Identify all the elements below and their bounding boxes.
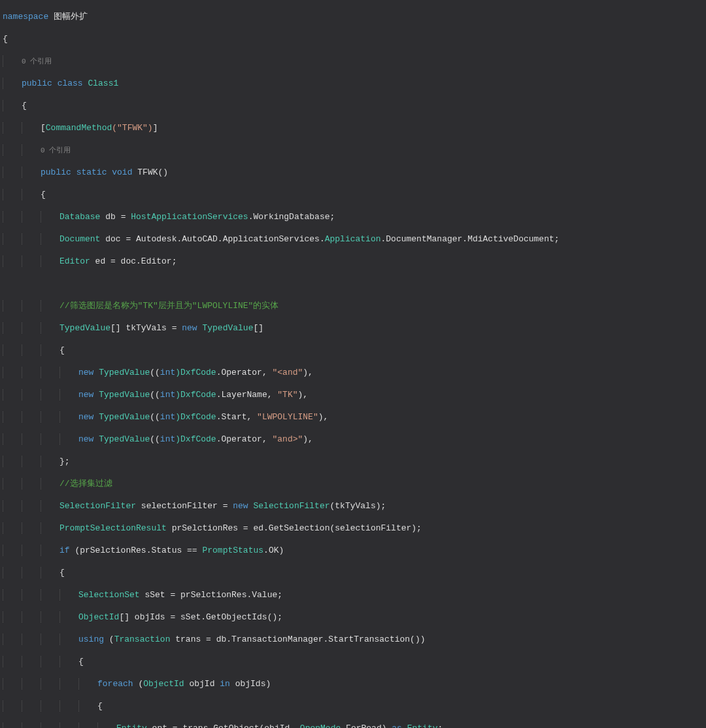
namespace-name: 图幅外扩 xyxy=(54,12,88,22)
kw-namespace: namespace xyxy=(3,12,48,22)
class-name: Class1 xyxy=(88,78,118,88)
attribute: CommandMethod xyxy=(46,123,112,133)
brace: { xyxy=(3,34,8,44)
comment: //筛选图层是名称为"TK"层并且为"LWPOLYLINE"的实体 xyxy=(59,301,278,311)
codelens-ref[interactable]: 0 个引用 xyxy=(41,147,71,154)
code-editor[interactable]: namespace 图幅外扩 { 0 个引用 public class Clas… xyxy=(0,0,706,728)
codelens-ref[interactable]: 0 个引用 xyxy=(22,58,52,65)
method-name: TFWK xyxy=(137,167,158,177)
